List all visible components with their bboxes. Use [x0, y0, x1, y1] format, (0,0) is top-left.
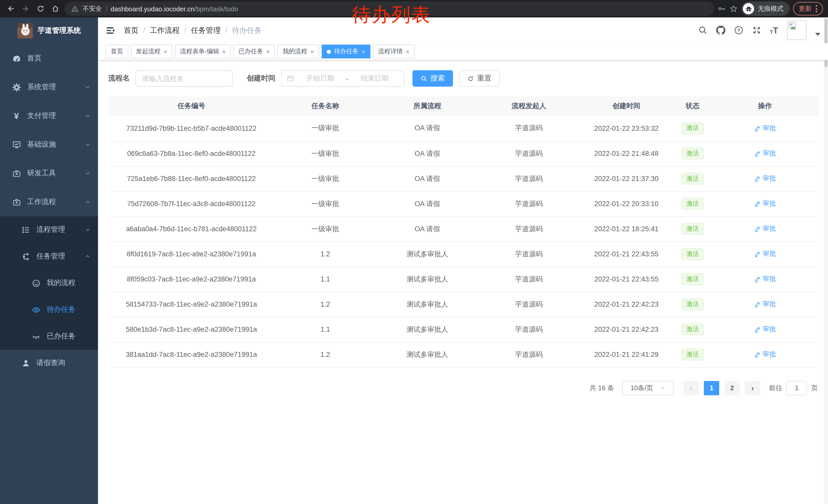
divider	[106, 5, 107, 12]
browser-menu-dots-icon[interactable]	[816, 5, 817, 12]
goto-page-input[interactable]	[786, 381, 807, 395]
edit-icon	[754, 226, 760, 232]
home-icon[interactable]	[50, 3, 61, 14]
close-icon[interactable]: ×	[310, 48, 314, 55]
approve-label: 审批	[762, 275, 776, 284]
close-icon[interactable]: ×	[266, 48, 270, 55]
approve-button[interactable]: 审批	[754, 149, 776, 158]
cell-process: 测试多审批人	[376, 267, 479, 292]
page-size-select[interactable]: 10条/页	[622, 381, 673, 395]
tab-0[interactable]: 首页	[106, 45, 128, 58]
fullscreen-icon[interactable]	[752, 26, 761, 35]
approve-button[interactable]: 审批	[754, 124, 776, 133]
tab-4[interactable]: 我的流程×	[278, 45, 319, 58]
breadcrumb-item-0[interactable]: 首页	[124, 26, 138, 35]
sidebar-item-4[interactable]: 研发工具	[0, 159, 98, 188]
end-date-placeholder: 结束日期	[350, 74, 399, 83]
close-icon[interactable]: ×	[164, 48, 167, 55]
sidebar-item-5[interactable]: 工作流程	[0, 188, 98, 216]
sidebar-logo[interactable]: 芋道管理系统	[0, 17, 98, 44]
tab-1[interactable]: 发起流程×	[131, 45, 172, 58]
sidebar-item-3[interactable]: 基础设施	[0, 130, 98, 159]
tags-view-bar: 首页发起流程×流程表单-编辑×已办任务×我的流程×待办任务×流程详情×	[98, 43, 828, 60]
status-badge: 激活	[681, 123, 704, 134]
cell-task-name: 1.2	[275, 292, 376, 317]
page-scrollbar[interactable]	[824, 17, 828, 504]
prev-page-button[interactable]: ‹	[683, 381, 699, 395]
breadcrumb-item-1[interactable]: 工作流程	[150, 26, 179, 35]
approve-button[interactable]: 审批	[754, 350, 776, 359]
incognito-icon	[743, 3, 754, 14]
sidebar-item-6[interactable]: 流程管理	[0, 216, 98, 243]
cell-task-id: 580e1b3d-7ac8-11ec-a9e2-a2380e71991a	[108, 317, 275, 342]
font-size-icon[interactable]: TT	[770, 26, 778, 35]
sidebar-item-11[interactable]: 请假查询	[0, 350, 98, 376]
avatar-caret-icon[interactable]	[815, 33, 820, 36]
cell-process: OA 请假	[376, 166, 479, 191]
page-button-2[interactable]: 2	[724, 381, 740, 395]
table-row-4: a6aba0a4-7b6d-11ec-b781-acde48001122一级审批…	[108, 216, 818, 241]
sidebar-item-1[interactable]: 系统管理	[0, 73, 98, 101]
sidebar-item-8[interactable]: 我的流程	[0, 270, 98, 296]
reset-button[interactable]: 重置	[459, 70, 500, 87]
cell-created: 2022-01-22 21:48:48	[579, 141, 673, 166]
page-button-1[interactable]: 1	[704, 381, 719, 395]
help-icon[interactable]: ?	[734, 26, 743, 35]
sidebar-item-2[interactable]: ¥支付管理	[0, 101, 98, 130]
back-icon[interactable]	[5, 3, 16, 14]
reload-icon[interactable]	[35, 3, 46, 14]
status-badge: 激活	[681, 198, 704, 210]
security-label: 不安全	[83, 4, 102, 13]
approve-button[interactable]: 审批	[754, 224, 776, 234]
breadcrumb: 首页/工作流程/任务管理/待办任务	[124, 26, 262, 35]
approve-button[interactable]: 审批	[754, 199, 776, 209]
approve-button[interactable]: 审批	[754, 300, 776, 309]
avatar[interactable]	[787, 20, 806, 40]
key-icon[interactable]	[718, 5, 726, 13]
date-range-input[interactable]: 开始日期 - 结束日期	[281, 70, 404, 87]
workflow-icon	[11, 198, 22, 207]
tools-icon	[11, 169, 22, 178]
column-header-2: 所属流程	[376, 96, 479, 116]
sidebar-item-10[interactable]: 已办任务	[0, 323, 98, 350]
cell-task-name: 1.2	[275, 342, 376, 367]
close-icon[interactable]: ×	[222, 48, 226, 55]
update-button[interactable]: 更新	[793, 2, 823, 15]
process-name-input[interactable]	[135, 70, 233, 87]
sidebar-item-0[interactable]: 首页	[0, 44, 98, 73]
next-page-button[interactable]: ›	[745, 381, 760, 395]
bookmark-star-icon[interactable]	[730, 5, 738, 13]
tab-5[interactable]: 待办任务×	[322, 45, 370, 58]
edit-icon	[754, 125, 760, 132]
sidebar-item-7[interactable]: 任务管理	[0, 243, 98, 270]
cell-task-id: 58154733-7ac8-11ec-a9e2-a2380e71991a	[108, 292, 275, 317]
search-icon[interactable]	[698, 26, 707, 35]
approve-button[interactable]: 审批	[754, 325, 776, 334]
approve-label: 审批	[762, 300, 776, 309]
leave-person-icon	[20, 359, 31, 367]
edit-icon	[754, 251, 760, 258]
breadcrumb-item-2[interactable]: 任务管理	[191, 26, 220, 35]
sidebar-collapse-icon[interactable]	[106, 26, 115, 35]
cell-starter: 芋道源码	[479, 141, 579, 166]
cell-task-id: 73211d9d-7b9b-11ec-b5b7-acde48001122	[108, 116, 275, 141]
sidebar-item-9[interactable]: 待办任务	[0, 296, 98, 323]
close-icon[interactable]: ×	[406, 48, 409, 55]
cell-created: 2022-01-22 23:53:32	[579, 116, 673, 141]
tab-2[interactable]: 流程表单-编辑×	[175, 45, 231, 58]
tab-label: 流程详情	[378, 47, 403, 56]
tab-6[interactable]: 流程详情×	[373, 45, 415, 58]
close-icon[interactable]: ×	[362, 48, 365, 55]
cell-starter: 芋道源码	[479, 116, 579, 141]
process-name-label: 流程名	[108, 74, 130, 83]
approve-button[interactable]: 审批	[754, 174, 776, 183]
forward-icon[interactable]	[20, 3, 31, 14]
approve-button[interactable]: 审批	[754, 275, 776, 284]
goto-suffix: 页	[811, 383, 818, 393]
edit-icon	[754, 150, 760, 157]
search-button[interactable]: 搜索	[412, 70, 453, 87]
cell-process: OA 请假	[376, 216, 479, 241]
tab-3[interactable]: 已办任务×	[234, 45, 275, 58]
approve-button[interactable]: 审批	[754, 249, 776, 259]
github-icon[interactable]	[716, 26, 725, 35]
